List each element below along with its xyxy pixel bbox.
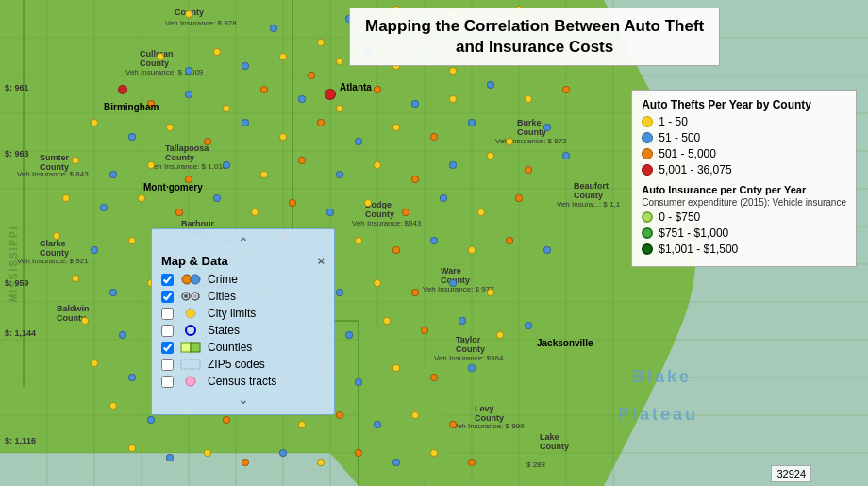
counties-icon	[179, 341, 202, 354]
layer-census[interactable]: Census tracts	[161, 375, 325, 388]
theft-dot-1	[642, 116, 653, 127]
layer-counties[interactable]: Counties	[161, 341, 325, 354]
layer-counties-checkbox[interactable]	[161, 342, 174, 354]
layer-states-label: States	[208, 324, 240, 337]
svg-point-36	[184, 294, 188, 298]
crime-icon	[179, 273, 202, 286]
census-icon	[179, 375, 202, 388]
coordinate-display: 32924	[771, 465, 811, 482]
ins-circle-2	[642, 227, 653, 239]
layer-zip5[interactable]: ZIP5 codes	[161, 358, 325, 371]
legend-item-theft-4: 5,001 - 36,075	[642, 163, 846, 176]
layer-city-limits[interactable]: City limits	[161, 307, 325, 320]
svg-text:MISSISSIPPI: MISSISSIPPI	[8, 226, 19, 302]
panel-close-button[interactable]: ×	[317, 254, 325, 268]
layer-city-limits-checkbox[interactable]	[161, 308, 174, 320]
theft-dot-3	[642, 148, 653, 159]
theft-label-4: 5,001 - 36,075	[659, 163, 731, 176]
ins-label-2: $751 - $1,000	[659, 226, 728, 240]
layer-cities-label: Cities	[208, 290, 236, 303]
svg-point-40	[186, 326, 195, 335]
theft-label-1: 1 - 50	[659, 115, 688, 128]
legend-item-theft-2: 51 - 500	[642, 131, 846, 144]
layer-census-checkbox[interactable]	[161, 376, 174, 388]
states-icon	[179, 324, 202, 337]
theft-label-3: 501 - 5,000	[659, 147, 716, 160]
layer-zip5-label: ZIP5 codes	[208, 358, 265, 371]
svg-point-44	[186, 377, 195, 386]
map-data-panel: ⌃ Map & Data × Crime	[151, 228, 335, 415]
layer-crime[interactable]: Crime	[161, 273, 325, 286]
svg-rect-42	[191, 343, 200, 352]
theft-dot-2	[642, 132, 653, 143]
layer-cities-checkbox[interactable]	[161, 291, 174, 303]
legend-item-theft-3: 501 - 5,000	[642, 147, 846, 160]
ins-label-3: $1,001 - $1,500	[659, 243, 738, 256]
svg-text:Blake: Blake	[632, 367, 692, 386]
svg-point-38	[193, 294, 197, 298]
insurance-legend-title: Auto Insurance per Cnty per Year	[642, 184, 846, 195]
layer-census-label: Census tracts	[208, 375, 276, 388]
panel-chevron-up[interactable]: ⌃	[161, 235, 325, 250]
svg-point-34	[191, 275, 200, 284]
layer-cities[interactable]: Cities	[161, 290, 325, 303]
map-title: Mapping the Correlation Between Auto The…	[365, 16, 704, 58]
svg-text:Plateau: Plateau	[618, 405, 698, 424]
svg-point-39	[186, 309, 195, 318]
svg-rect-43	[181, 360, 200, 369]
insurance-legend-note: Consumer expenditure (2015): Vehicle ins…	[642, 197, 846, 208]
city-limits-icon	[179, 307, 202, 320]
legend-item-ins-1: 0 - $750	[642, 210, 846, 224]
svg-rect-41	[181, 343, 191, 352]
theft-label-2: 51 - 500	[659, 131, 700, 144]
legend-item-theft-1: 1 - 50	[642, 115, 846, 128]
map-container: MISSISSIPPI Blake Plateau County Veh Ins…	[0, 0, 868, 486]
panel-title: Map & Data	[161, 254, 228, 268]
theft-dot-4	[642, 164, 653, 176]
layer-zip5-checkbox[interactable]	[161, 359, 174, 371]
title-box: Mapping the Correlation Between Auto The…	[349, 8, 720, 66]
ins-circle-3	[642, 243, 653, 255]
layer-crime-label: Crime	[208, 273, 238, 286]
layer-city-limits-label: City limits	[208, 307, 256, 320]
ins-circle-1	[642, 211, 653, 223]
legend-box: Auto Thefts Per Year by County 1 - 50 51…	[631, 90, 857, 267]
ins-label-1: 0 - $750	[659, 210, 700, 224]
layer-states[interactable]: States	[161, 324, 325, 337]
theft-legend-title: Auto Thefts Per Year by County	[642, 98, 846, 111]
layer-crime-checkbox[interactable]	[161, 274, 174, 286]
legend-item-ins-2: $751 - $1,000	[642, 226, 846, 240]
layer-counties-label: Counties	[208, 341, 252, 354]
zip5-icon	[179, 358, 202, 371]
panel-chevron-down[interactable]: ⌄	[161, 392, 325, 407]
legend-item-ins-3: $1,001 - $1,500	[642, 243, 846, 256]
cities-icon	[179, 290, 202, 303]
layer-states-checkbox[interactable]	[161, 325, 174, 337]
